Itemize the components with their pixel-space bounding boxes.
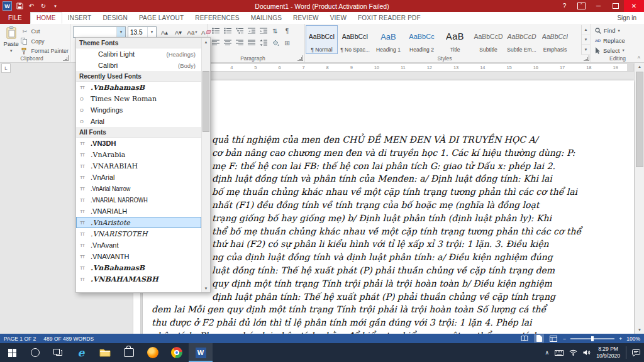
- page-info[interactable]: PAGE 1 OF 2: [4, 336, 36, 342]
- style-card[interactable]: AaBbCcI Emphasis: [539, 25, 571, 54]
- font-list-item[interactable]: TT .VnArabia: [76, 149, 201, 160]
- word-app-icon[interactable]: W: [3, 1, 12, 11]
- ribbon-tab[interactable]: REVIEW: [287, 12, 325, 24]
- font-list-item[interactable]: All Fonts: [76, 127, 201, 138]
- font-list-item[interactable]: Calibri (Body): [76, 60, 201, 71]
- scroll-down-icon[interactable]: ▼: [638, 326, 641, 334]
- style-card[interactable]: AaBbCcD Subtitle: [472, 25, 504, 54]
- horizontal-ruler[interactable]: 12345678910111213141516171819: [143, 63, 634, 72]
- decrease-indent-button[interactable]: [246, 26, 257, 36]
- font-list-item[interactable]: TT .VNARISTOTEH: [76, 228, 201, 239]
- style-card[interactable]: AaBbCcD Subtle Em...: [506, 25, 538, 54]
- font-list-item[interactable]: O Times New Roman: [76, 93, 201, 104]
- styles-scroll-down-button[interactable]: ▼: [582, 35, 590, 45]
- chrome-button[interactable]: [165, 343, 189, 362]
- task-view-button[interactable]: [47, 343, 69, 362]
- redo-icon[interactable]: ↻: [39, 2, 48, 11]
- tray-chevron-icon[interactable]: ∧: [545, 349, 550, 356]
- bullets-button[interactable]: [210, 26, 221, 36]
- align-right-button[interactable]: [234, 38, 245, 48]
- read-mode-button[interactable]: [519, 334, 530, 343]
- web-layout-button[interactable]: [548, 334, 558, 343]
- font-list-item[interactable]: TT .VNARIAL NARROWH: [76, 194, 201, 206]
- edge-taskbar-button[interactable]: e: [69, 343, 93, 362]
- cut-button[interactable]: ✂ Cut: [21, 28, 69, 35]
- help-button[interactable]: ?: [556, 0, 573, 12]
- scroll-up-icon[interactable]: ▲: [638, 62, 641, 70]
- style-card[interactable]: AaB Heading 1: [372, 25, 404, 54]
- maximize-button[interactable]: [607, 0, 624, 12]
- font-list-item[interactable]: TT .VnArial Narrow: [76, 183, 201, 194]
- clipboard-dialog-launcher[interactable]: [63, 55, 69, 61]
- font-size-input[interactable]: [128, 27, 147, 37]
- font-list-item[interactable]: TT .VnArial: [76, 172, 201, 183]
- change-case-button[interactable]: Aa▾: [186, 27, 198, 37]
- ribbon-tab[interactable]: MAILINGS: [245, 12, 287, 24]
- font-list-item[interactable]: TT .VnBahamasB: [76, 82, 201, 93]
- font-size-dropdown-button[interactable]: ▾: [147, 27, 156, 37]
- zoom-slider[interactable]: [570, 338, 614, 339]
- font-name-input[interactable]: [74, 27, 116, 37]
- vertical-scrollbar[interactable]: ▲ ▼: [635, 62, 644, 334]
- print-layout-button[interactable]: [534, 334, 544, 343]
- font-list-item[interactable]: O Wingdings: [76, 104, 201, 116]
- ribbon-tab[interactable]: INSERT: [62, 12, 97, 24]
- font-dropdown-scrollbar[interactable]: ▲ ▼: [201, 38, 210, 292]
- font-list-item[interactable]: O Arial: [76, 116, 201, 127]
- styles-dialog-launcher[interactable]: [584, 55, 589, 61]
- multilevel-list-button[interactable]: [234, 26, 245, 36]
- style-card[interactable]: AaBbCcI ¶ Normal: [306, 25, 338, 54]
- font-list-item[interactable]: TT .VNARABIAH: [76, 160, 201, 172]
- numbering-button[interactable]: [222, 26, 233, 36]
- paste-button[interactable]: Paste ▾: [1, 25, 21, 55]
- ribbon-tab[interactable]: VIEW: [325, 12, 352, 24]
- font-name-dropdown-button[interactable]: ▾: [116, 27, 125, 37]
- font-list-item[interactable]: TT .VNBAHAMASBH: [76, 273, 201, 285]
- save-icon[interactable]: [15, 2, 24, 11]
- ribbon-display-options-button[interactable]: ^: [573, 0, 590, 12]
- font-list-item[interactable]: TT .VnAvant: [76, 239, 201, 251]
- paste-dropdown-icon[interactable]: ▾: [10, 48, 13, 53]
- scroll-down-icon[interactable]: ▼: [202, 284, 210, 292]
- font-list-item[interactable]: Theme Fonts: [76, 38, 201, 48]
- ribbon-tab[interactable]: REFERENCES: [189, 12, 245, 24]
- styles-scroll-up-button[interactable]: ▲: [582, 25, 590, 35]
- ribbon-tab[interactable]: HOME: [30, 12, 62, 24]
- taskbar-clock[interactable]: 8:29 PM 10/9/2020: [596, 346, 620, 359]
- touch-keyboard-icon[interactable]: [555, 350, 564, 356]
- font-list-item[interactable]: TT .VnBahamasB: [76, 262, 201, 273]
- file-explorer-button[interactable]: [93, 343, 117, 362]
- select-button[interactable]: Select ▾: [595, 46, 640, 55]
- borders-button[interactable]: ⊞: [282, 38, 292, 48]
- align-center-button[interactable]: [222, 38, 233, 48]
- word-taskbar-button[interactable]: W: [189, 343, 213, 362]
- replace-button[interactable]: ab Replace: [595, 36, 640, 45]
- style-card[interactable]: AaB Title: [439, 25, 471, 54]
- zoom-thumb[interactable]: [591, 336, 594, 341]
- scroll-up-icon[interactable]: ▲: [202, 38, 210, 46]
- firefox-button[interactable]: [141, 343, 165, 362]
- speaker-icon[interactable]: [583, 349, 591, 356]
- sign-in-button[interactable]: Sign in: [609, 12, 644, 24]
- style-card[interactable]: AaBbCcI ¶ No Spac...: [339, 25, 371, 54]
- ribbon-tab[interactable]: FILE: [0, 12, 30, 24]
- font-list-item[interactable]: TT .VN3DH: [76, 138, 201, 149]
- styles-more-button[interactable]: ▼: [582, 45, 590, 55]
- show-formatting-marks-button[interactable]: ¶: [282, 26, 292, 36]
- grow-font-button[interactable]: A▴: [158, 27, 170, 37]
- close-button[interactable]: ✕: [624, 0, 644, 12]
- ribbon-tab[interactable]: PAGE LAYOUT: [133, 12, 189, 24]
- wifi-icon[interactable]: [569, 349, 577, 356]
- document-page[interactable]: quả thí nghiệm của men đen CHỦ ĐỀ MEN ĐE…: [143, 80, 634, 334]
- font-list-item[interactable]: TT .VNARIALH: [76, 206, 201, 217]
- sort-button[interactable]: ⇅: [270, 26, 280, 36]
- qat-customize-icon[interactable]: ▾: [51, 2, 60, 11]
- action-center-icon[interactable]: [632, 349, 640, 356]
- increase-indent-button[interactable]: [258, 26, 269, 36]
- format-painter-button[interactable]: Format Painter: [21, 47, 69, 55]
- zoom-in-button[interactable]: +: [619, 336, 622, 342]
- font-list-item[interactable]: TT .VNAVANTH: [76, 251, 201, 262]
- font-list-item[interactable]: Calibri Light (Headings): [76, 48, 201, 60]
- shading-button[interactable]: [270, 38, 280, 48]
- font-list-item[interactable]: Recently Used Fonts: [76, 71, 201, 82]
